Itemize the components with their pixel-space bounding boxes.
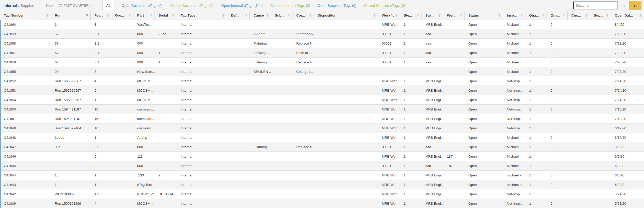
tab-open-internal-etags-144[interactable]: Open Internal eTags (144): [221, 4, 263, 8]
table-row-c41848[interactable]: C418481bbbb1AttImpInternalMRB Wor...1MRB…: [0, 133, 644, 142]
filter-funnel-icon-insp[interactable]: [520, 14, 523, 17]
cell-tag[interactable]: C41851: [0, 114, 51, 123]
filter-funnel-icon-sub[interactable]: [287, 14, 290, 17]
filter-funnel-icon-status[interactable]: [498, 14, 501, 17]
column-header-qua1[interactable]: Qua...: [525, 11, 547, 20]
clear-filter-button[interactable]: [629, 1, 641, 10]
cell-tag[interactable]: C41844: [0, 171, 51, 180]
table-row-c41839[interactable]: C41839Run 15901012994MCOSM...InternalMRB…: [0, 199, 644, 208]
filter-funnel-icon-tag[interactable]: [46, 14, 49, 17]
table-row-c41843[interactable]: C4184311eTag TestInternalMRB Wor...1MRB …: [0, 180, 644, 189]
filter-funnel-icon-qua1[interactable]: [542, 14, 545, 17]
filter-funnel-icon-tagType[interactable]: [222, 14, 225, 17]
cell-tag[interactable]: C41839: [0, 199, 51, 208]
column-header-insp[interactable]: Insp...: [503, 11, 525, 20]
filter-funnel-icon-cor[interactable]: [309, 14, 312, 17]
cell-tag[interactable]: C41843: [0, 180, 51, 189]
cell-tag[interactable]: C41856: [0, 58, 51, 67]
column-header-tagType[interactable]: Tag Type: [177, 11, 227, 20]
column-header-sup[interactable]: Sup...: [590, 11, 611, 20]
column-header-openDate[interactable]: Open Dat...: [611, 11, 644, 20]
column-header-ste1[interactable]: Ste...: [400, 11, 422, 20]
column-header-tag[interactable]: Tag Number: [0, 11, 51, 20]
filter-funnel-icon-openDate[interactable]: [639, 14, 642, 17]
column-header-sub[interactable]: Sub...: [271, 11, 292, 20]
table-row-c41852[interactable]: C41852Run 15956295674MCOSM...InternalMRB…: [0, 76, 644, 86]
filter-funnel-icon-sup[interactable]: [606, 14, 609, 17]
table-row-c41851[interactable]: C41851Run 159442116715cmmsam...InternalM…: [0, 114, 644, 123]
filter-funnel-icon-disposition[interactable]: [373, 14, 376, 17]
tab-open-customer-etags-0[interactable]: Open Customer eTags (0): [122, 4, 163, 8]
table-row-c41856[interactable]: C41856673.10001InternalFixturingReplace …: [0, 58, 644, 67]
column-header-workflow[interactable]: Workflow: [378, 11, 400, 20]
cell-tag[interactable]: C41848: [0, 133, 51, 142]
column-header-run[interactable]: Run: [51, 11, 91, 20]
filter-funnel-icon-fea[interactable]: [106, 14, 109, 17]
cell-tag[interactable]: C41852: [0, 76, 51, 86]
search-button[interactable]: [620, 3, 626, 9]
cell-tag[interactable]: C41857: [0, 48, 51, 57]
table-row-c41858[interactable]: C41858673.1000InternalFixturingReplace f…: [0, 39, 644, 48]
cell-tag[interactable]: C41859: [0, 29, 51, 38]
period-selector[interactable]: PAST QUARTER: [59, 4, 93, 7]
filter-funnel-icon-ste1[interactable]: [416, 14, 419, 17]
table-row-c41855[interactable]: C41855003New Sam...InternalBROKEN ...Cha…: [0, 67, 644, 76]
nav-supplier[interactable]: Supplier: [20, 4, 34, 8]
table-row-c41844[interactable]: C418441c1.1332InternalMRB Wor...1MRB Eng…: [0, 171, 644, 180]
cell-tag[interactable]: C41858: [0, 39, 51, 48]
table-row-c41845[interactable]: C418450000Internal000011aaa187OpenMichae…: [0, 161, 644, 171]
tab-closed-customer-etags-0[interactable]: Closed Customer eTags (0): [170, 4, 214, 8]
search-input[interactable]: [573, 2, 618, 9]
filter-funnel-icon-wor[interactable]: [459, 14, 463, 17]
column-header-disposition[interactable]: Disposition: [314, 11, 378, 20]
nav-internal[interactable]: Internal: [4, 4, 17, 8]
cell-tag[interactable]: C41850: [0, 105, 51, 114]
table-row-c41857[interactable]: C41857673.10001Internaldrawing i...route…: [0, 48, 644, 58]
column-header-def[interactable]: Def...: [227, 11, 250, 20]
table-row-c41846[interactable]: C418460111InternalMRB Wor...1MRB Engi...…: [0, 152, 644, 161]
cell-tag[interactable]: C41846: [0, 152, 51, 161]
column-header-gro[interactable]: Gro...: [111, 11, 133, 20]
column-header-part[interactable]: Part: [133, 11, 155, 20]
column-header-wor[interactable]: Wor...: [443, 11, 465, 20]
tab-open-supplier-etags-0[interactable]: Open Supplier eTags (0): [318, 4, 356, 8]
table-row-c41849[interactable]: C41849Run 159259746410cmmsam...InternalM…: [0, 123, 644, 133]
column-header-status[interactable]: Status: [465, 11, 503, 20]
cell-tag[interactable]: C41842: [0, 189, 51, 199]
table-row-c41860[interactable]: C4186013YaroTestInternalMRB Wor...1MRB E…: [0, 20, 644, 29]
table-row-c41853[interactable]: C41853Run 15956295679MCOSM...InternalMRB…: [0, 86, 644, 95]
tab-all[interactable]: All: [102, 1, 114, 10]
table-row-c41842[interactable]: C41842WON1838651.2PCDMIS-YHH64214...Inte…: [0, 189, 644, 199]
table-row-c41847[interactable]: C4184786d3.3000InternalFixturingReplace …: [0, 142, 644, 152]
column-header-fea[interactable]: Fea...: [91, 11, 111, 20]
table-row-c41850[interactable]: C41850Run 159442116710cmmsam...InternalM…: [0, 105, 644, 114]
filter-funnel-icon-run[interactable]: [86, 14, 89, 17]
cell-tag[interactable]: C41845: [0, 161, 51, 170]
cell-tag[interactable]: C41853: [0, 86, 51, 95]
column-header-cor[interactable]: Cor...: [292, 11, 314, 20]
filter-funnel-icon-def[interactable]: [245, 14, 248, 17]
tab-closed-supplier-etags-0[interactable]: Closed Supplier eTags (0): [364, 4, 405, 8]
column-header-cus[interactable]: Cus...: [568, 11, 590, 20]
cell-tag[interactable]: C41847: [0, 142, 51, 151]
table-row-c41859[interactable]: C41859673.100022aaInternal??????????????…: [0, 29, 644, 39]
column-header-serial[interactable]: Serial: [155, 11, 177, 20]
column-header-qua2[interactable]: Qua...: [547, 11, 568, 20]
cell-tag[interactable]: C41860: [0, 20, 51, 29]
filter-funnel-icon-ste2[interactable]: [438, 14, 441, 17]
cell-tag[interactable]: C41854: [0, 95, 51, 104]
column-header-ste2[interactable]: Ste...: [422, 11, 443, 20]
filter-funnel-icon-cause[interactable]: [266, 14, 269, 17]
filter-funnel-icon-serial[interactable]: [172, 14, 175, 17]
filter-funnel-icon-cus[interactable]: [585, 14, 588, 17]
column-header-cause[interactable]: Cause: [250, 11, 271, 20]
cell-sub: [271, 86, 292, 95]
filter-funnel-icon-part[interactable]: [150, 14, 153, 17]
table-row-c41854[interactable]: C41854Run 159562956711MCOSM...InternalMR…: [0, 95, 644, 105]
filter-funnel-icon-qua2[interactable]: [563, 14, 566, 17]
cell-tag[interactable]: C41855: [0, 67, 51, 76]
filter-funnel-icon-workflow[interactable]: [395, 14, 398, 17]
filter-funnel-icon-gro[interactable]: [128, 14, 131, 17]
tab-closed-internal-etags-0[interactable]: Closed Internal eTags (0): [270, 4, 310, 8]
cell-tag[interactable]: C41849: [0, 123, 51, 133]
